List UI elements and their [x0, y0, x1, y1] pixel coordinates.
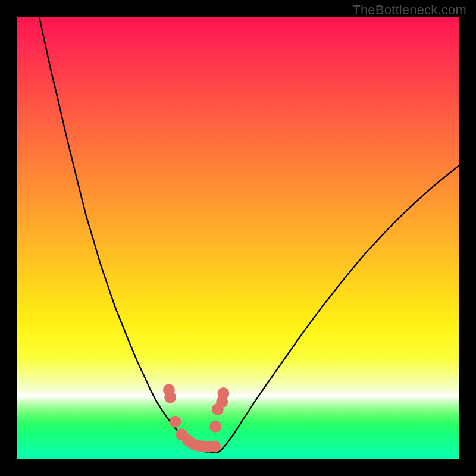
data-marker: [209, 421, 221, 433]
watermark-text: TheBottleneck.com: [352, 2, 466, 18]
plot-area: [17, 17, 459, 459]
marker-group: [163, 384, 230, 452]
curve-line: [39, 17, 459, 452]
chart-svg: [17, 17, 459, 459]
data-marker: [217, 387, 229, 399]
data-marker: [209, 440, 221, 452]
data-marker: [164, 392, 176, 403]
data-marker: [169, 416, 181, 428]
chart-frame: TheBottleneck.com: [0, 0, 476, 476]
